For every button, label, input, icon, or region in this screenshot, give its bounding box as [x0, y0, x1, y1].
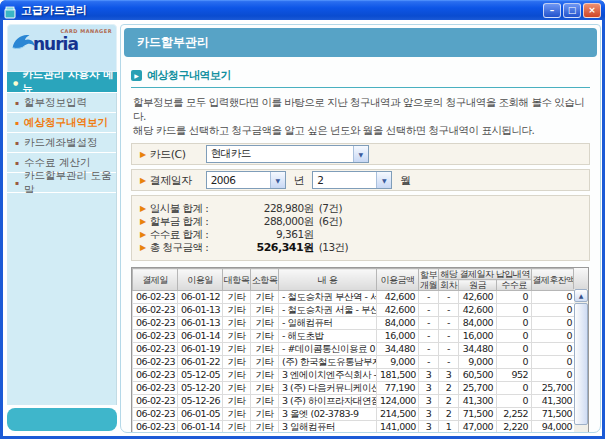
- description-line: 해당 카드를 선택하고 청구금액을 알고 싶은 년도와 월을 선택하면 청구내역…: [133, 123, 590, 137]
- summary-count: (7건): [319, 202, 342, 215]
- cell-round: 1: [439, 421, 459, 434]
- sidebar-item-card-account-settings[interactable]: ▪ 카드계좌별설정: [7, 133, 116, 153]
- chevron-down-icon[interactable]: ▼: [353, 146, 368, 162]
- app-window: 고급카드관리 – □ × CARD MANAGER nuria ● 카드관리: [0, 0, 605, 439]
- cell-round: -: [439, 330, 459, 343]
- cell-fee: 0: [497, 317, 532, 330]
- cell-installment-months: -: [419, 330, 439, 343]
- minimize-button[interactable]: –: [543, 3, 561, 18]
- cell-content: - 철도승차권 서울 - 부산역: [279, 304, 377, 317]
- table-row[interactable]: 06-02-23 06-01-13 기타 기타 - 일해컴퓨터 84,000 -…: [133, 317, 576, 330]
- cell-payment-date: 06-02-23: [133, 369, 178, 382]
- cell-content: - 일해컴퓨터: [279, 317, 377, 330]
- cell-major-category: 기타: [223, 291, 251, 304]
- bullet-icon: ▪: [15, 139, 19, 146]
- cell-payment-date: 06-02-23: [133, 304, 178, 317]
- sidebar-item-installment-input[interactable]: ▪ 할부정보입력: [7, 93, 116, 113]
- sidebar-footer-bar: [7, 408, 117, 431]
- table-row[interactable]: 06-02-23 06-01-12 기타 기타 - 철도승차권 부산역 - 서울…: [133, 291, 576, 304]
- column-header-group-payment-details: 해당 결제일자 납입내역: [439, 269, 532, 280]
- cell-use-date: 06-01-05: [178, 408, 223, 421]
- bullet-icon: ▶: [140, 215, 146, 228]
- table-row[interactable]: 06-02-23 06-01-14 기타 기타 3 일해컴퓨터 141,000 …: [133, 421, 576, 434]
- sidebar-item-label: 예상청구내역보기: [24, 116, 108, 130]
- titlebar[interactable]: 고급카드관리 – □ ×: [0, 0, 605, 20]
- cell-use-date: 05-12-05: [178, 369, 223, 382]
- date-select-label: 결제일자: [150, 173, 198, 188]
- cell-installment-months: 3: [419, 408, 439, 421]
- main-panel: 카드할부관리 ▶ 예상청구내역보기 할부정보를 모두 입력했다면 이를 바탕으로…: [120, 24, 601, 433]
- table-row[interactable]: 06-02-23 06-01-14 기타 기타 - 해도초밥 16,000 - …: [133, 330, 576, 343]
- table-row[interactable]: 06-02-23 06-01-19 기타 기타 - #데이콤통신이용료 0 1 …: [133, 343, 576, 356]
- cell-major-category: 기타: [223, 408, 251, 421]
- cell-content: 3 (주) 다음커뮤니케이션 / :: [279, 382, 377, 395]
- brand-text: nuria: [33, 34, 78, 54]
- cell-principal: 60,500: [459, 369, 497, 382]
- summary-label: 할부금 합계 :: [150, 215, 224, 228]
- close-button[interactable]: ×: [583, 3, 601, 18]
- column-header-balance-after: 결제후잔액: [532, 269, 576, 291]
- column-header-payment-date: 결제일: [133, 269, 178, 291]
- cell-balance-after: 0: [532, 317, 576, 330]
- cell-fee: 0: [497, 382, 532, 395]
- description-line: 할부정보를 모두 입력했다면 이를 바탕으로 지난 청구내역과 앞으로의 청구내…: [133, 95, 590, 123]
- cell-amount: 77,190: [377, 382, 419, 395]
- cell-amount: 141,000: [377, 421, 419, 434]
- sidebar-menu-title-label: 카드관리 사용자 메뉴: [22, 68, 117, 96]
- cell-round: 2: [439, 382, 459, 395]
- table-row[interactable]: 06-02-23 06-01-22 기타 기타 (주) 한국철도유통남부지사 9…: [133, 356, 576, 369]
- cell-installment-months: -: [419, 356, 439, 369]
- content-area: ▶ 예상청구내역보기 할부정보를 모두 입력했다면 이를 바탕으로 지난 청구내…: [121, 60, 600, 433]
- cell-balance-after: 41,300: [532, 395, 576, 408]
- cell-amount: 84,000: [377, 317, 419, 330]
- cell-principal: 42,600: [459, 304, 497, 317]
- chevron-down-icon[interactable]: ▼: [376, 172, 391, 188]
- table-row[interactable]: 06-02-23 05-12-05 기타 기타 3 엔에이치엔주식회사 - 젤존…: [133, 369, 576, 382]
- cell-fee: 0: [497, 291, 532, 304]
- client-area: CARD MANAGER nuria ● 카드관리 사용자 메뉴 ▪ 할부정보입…: [3, 20, 602, 436]
- cell-content: 3 올엣 (02-3783-9: [279, 408, 377, 421]
- cell-payment-date: 06-02-23: [133, 291, 178, 304]
- card-select[interactable]: 현대카드 ▼: [206, 145, 369, 163]
- column-header-amount: 이용금액: [377, 269, 419, 291]
- cell-installment-months: 3: [419, 395, 439, 408]
- cell-principal: 84,000: [459, 317, 497, 330]
- vertical-scrollbar: ▲ ▼: [574, 289, 588, 433]
- cell-balance-after: 0: [532, 330, 576, 343]
- cell-principal: 34,480: [459, 343, 497, 356]
- cell-payment-date: 06-02-23: [133, 382, 178, 395]
- sidebar-filler: [7, 193, 117, 405]
- scrollbar-thumb[interactable]: [574, 303, 588, 425]
- cell-round: 3: [439, 369, 459, 382]
- table-row[interactable]: 06-02-23 05-12-26 기타 기타 3 (주) 하이프라자대연점 1…: [133, 395, 576, 408]
- year-select[interactable]: 2006 ▼: [206, 171, 286, 189]
- month-select-value: 2: [313, 174, 376, 186]
- section-title: 예상청구내역보기: [147, 68, 231, 83]
- table-row[interactable]: 06-02-23 05-12-20 기타 기타 3 (주) 다음커뮤니케이션 /…: [133, 382, 576, 395]
- cell-amount: 9,000: [377, 356, 419, 369]
- cell-major-category: 기타: [223, 395, 251, 408]
- maximize-button[interactable]: □: [563, 3, 581, 18]
- cell-fee: 0: [497, 356, 532, 369]
- table-row[interactable]: 06-02-23 06-01-13 기타 기타 - 철도승차권 서울 - 부산역…: [133, 304, 576, 317]
- scroll-up-button[interactable]: ▲: [574, 289, 588, 302]
- cell-principal: 42,600: [459, 291, 497, 304]
- cell-minor-category: 기타: [251, 330, 279, 343]
- summary-row-fee: ▶ 수수료 합계 : 9,361원: [140, 228, 581, 241]
- cell-amount: 42,600: [377, 304, 419, 317]
- table-row[interactable]: 06-02-23 06-01-05 기타 기타 3 올엣 (02-3783-9 …: [133, 408, 576, 421]
- card-select-row: ▶ 카드(C) 현대카드 ▼: [131, 143, 590, 165]
- sidebar-item-label: 할부정보입력: [24, 96, 87, 110]
- column-header-installment-months: 할부 개월: [419, 269, 439, 291]
- sidebar-item-expected-billing[interactable]: ▪ 예상청구내역보기: [7, 113, 116, 133]
- year-select-value: 2006: [207, 174, 270, 186]
- app-icon: [4, 4, 17, 17]
- cell-use-date: 06-01-19: [178, 343, 223, 356]
- section-header: ▶ 예상청구내역보기: [131, 68, 590, 88]
- month-select[interactable]: 2 ▼: [312, 171, 392, 189]
- summary-value: 526,341원: [224, 241, 314, 254]
- chevron-down-icon[interactable]: ▼: [270, 172, 285, 188]
- bullet-icon: ▶: [140, 228, 146, 241]
- sidebar-item-help[interactable]: ▪ 카드할부관리 도움말: [7, 173, 116, 193]
- cell-fee: 0: [497, 395, 532, 408]
